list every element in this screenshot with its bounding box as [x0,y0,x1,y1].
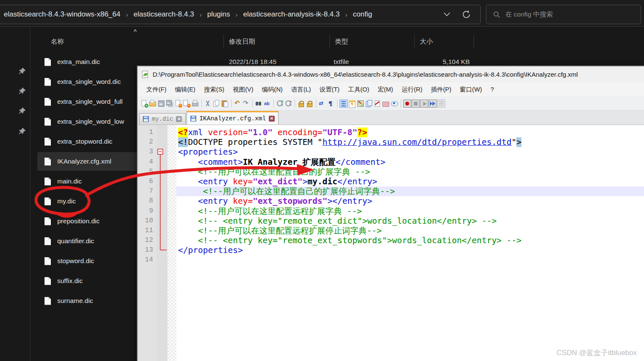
menu-item[interactable]: ? [486,86,498,93]
menu-item[interactable]: 编辑(E) [171,86,200,94]
menu-item[interactable]: 插件(P) [427,86,455,94]
toolbar-macro-save-button[interactable] [437,100,445,108]
toolbar-replace-button[interactable] [263,100,271,108]
toolbar-save-button[interactable] [157,100,165,108]
toolbar-print-button[interactable] [191,100,199,108]
editor[interactable]: 1234567891011121314 <?xml version="1.0" … [138,125,644,361]
toolbar-find-button[interactable] [255,100,263,108]
toolbar-undo-button[interactable] [234,100,242,108]
bookmark-margin[interactable] [167,125,176,361]
code-line-11[interactable]: <!--用户可以在这里配置远程扩展停止词字典--> [176,226,644,236]
code-token: key= [233,196,253,206]
column-header-date[interactable]: 修改日期 [229,37,255,46]
code-line-14[interactable] [176,255,644,265]
tab-label: IKAnalyzer.cfg.xml [199,115,266,122]
editor-tab[interactable]: my.dic✕ [139,113,186,125]
menu-item[interactable]: 视图(V) [229,86,257,94]
toolbar-zoom-in-button[interactable] [276,100,284,108]
file-name: stopword.dic [57,257,94,265]
column-header-size[interactable]: 大小 [420,37,433,46]
code-line-8[interactable]: <entry key="ext_stopwords"></entry> [176,196,644,206]
code-line-1[interactable]: <?xml version="1.0" encoding="UTF-8"?> [176,128,644,137]
toolbar-macro-play-button[interactable] [420,100,428,108]
menu-item[interactable]: 语言(L) [287,86,315,94]
menu-bar: 文件(F)编辑(E)搜索(S)视图(V)编码(N)语言(L)设置(T)工具(O)… [138,82,644,97]
menu-item[interactable]: 文件(F) [142,86,171,94]
toolbar-macro-record-button[interactable] [403,100,411,108]
toolbar-save-all-button[interactable] [166,100,174,108]
file-date: 2022/1/18 18:45 [229,58,276,66]
toolbar-paste-button[interactable] [221,100,229,108]
breadcrumb-item[interactable]: elasticsearch-analysis-ik-8.4.3 [243,10,340,19]
toolbar-folder-as-workspace-button[interactable] [382,100,390,108]
code-line-12[interactable]: <!-- <entry key="remote_ext_stopwords">w… [176,236,644,245]
code-line-7[interactable]: <!--用户可以在这里配置自己的扩展停止词字典--> [176,186,644,196]
toolbar-function-list-button[interactable] [348,100,356,108]
chevron-down-icon[interactable] [443,12,451,17]
menu-item[interactable]: 工具(O) [344,86,374,94]
column-divider[interactable] [329,35,330,48]
toolbar-cut-button[interactable] [204,100,212,108]
toolbar-close-button[interactable] [174,100,182,108]
toolbar-separator [314,100,318,108]
editor-lines[interactable]: <?xml version="1.0" encoding="UTF-8"?><!… [176,125,644,361]
toolbar-document-map-button[interactable] [357,100,365,108]
file-icon [45,237,51,245]
refresh-icon[interactable] [462,10,471,19]
toolbar-copy-button[interactable] [212,100,220,108]
menu-item[interactable]: 宏(M) [374,86,397,94]
code-token: "UTF-8" [323,128,357,137]
code-token: <!--用户可以在这里配置自己的扩展停止词字典--> [203,186,395,196]
toolbar-file-monitoring-button[interactable] [390,100,399,108]
code-line-2[interactable]: <!DOCTYPE properties SYSTEM "http://java… [176,137,644,147]
code-line-6[interactable]: <entry key="ext_dict">my.dic</entry> [176,177,644,186]
toolbar-sync-horizontal-scrolling-button[interactable] [306,100,314,108]
toolbar-show-all-characters-button[interactable] [327,100,335,108]
file-icon [45,98,51,106]
breadcrumb-item[interactable]: elasticsearch-8.4.3 [134,10,194,19]
tab-close-icon[interactable]: ✕ [269,116,275,122]
column-divider[interactable] [474,35,474,48]
column-header-type[interactable]: 类型 [335,37,348,46]
search-input[interactable] [505,11,611,18]
toolbar-open-file-button[interactable] [149,100,157,108]
toolbar-document-list-button[interactable] [365,100,373,108]
window-titlebar[interactable]: D:\ProgramTool\Elasticsearch\elasticsear… [138,67,644,82]
fold-margin[interactable] [156,125,167,361]
breadcrumb-item[interactable]: config [353,10,372,19]
menu-item[interactable]: 编码(N) [258,86,287,94]
code-line-13[interactable]: </properties> [176,245,644,255]
tab-close-icon[interactable]: ✕ [176,116,182,122]
code-line-4[interactable]: <comment>IK Analyzer 扩展配置</comment> [176,157,644,167]
menu-item[interactable]: 搜索(S) [200,86,229,94]
line-number: 7 [138,186,156,196]
line-number: 6 [138,177,156,186]
sort-ascending-icon[interactable]: ^ [134,28,137,34]
column-divider[interactable] [414,35,415,48]
column-divider[interactable] [223,35,224,48]
column-header-name[interactable]: 名称 [51,37,64,46]
toolbar-document-switcher-button[interactable] [374,100,382,108]
toolbar-indent-guide-button[interactable] [340,100,348,108]
toolbar-macro-run-multiple-button[interactable] [429,100,437,108]
breadcrumb-item[interactable]: plugins [207,10,230,19]
code-token [178,177,198,186]
toolbar-close-all-button[interactable] [183,100,191,108]
code-line-5[interactable]: <!--用户可以在这里配置自己的扩展字典 --> [176,167,644,177]
menu-item[interactable]: 设置(T) [315,86,344,94]
address-bar[interactable]: elasticsearch-8.4.3-windows-x86_64›elast… [0,5,481,24]
editor-tab[interactable]: IKAnalyzer.cfg.xml✕ [187,111,279,125]
menu-item[interactable]: 窗口(W) [456,86,486,94]
toolbar-sync-vertical-scrolling-button[interactable] [297,100,305,108]
menu-item[interactable]: 运行(R) [397,86,427,94]
toolbar-word-wrap-button[interactable] [318,100,326,108]
toolbar-new-file-button[interactable] [140,100,148,108]
code-line-10[interactable]: <!-- <entry key="remote_ext_dict">words_… [176,216,644,226]
code-line-3[interactable]: <properties> [176,147,644,157]
toolbar-redo-button[interactable] [242,100,250,108]
code-line-9[interactable]: <!--用户可以在这里配置远程扩展字典 --> [176,206,644,216]
search-box[interactable] [486,5,641,24]
toolbar-zoom-out-button[interactable] [284,100,293,108]
breadcrumb-item[interactable]: elasticsearch-8.4.3-windows-x86_64 [4,10,120,19]
toolbar-macro-stop-button[interactable] [412,100,420,108]
